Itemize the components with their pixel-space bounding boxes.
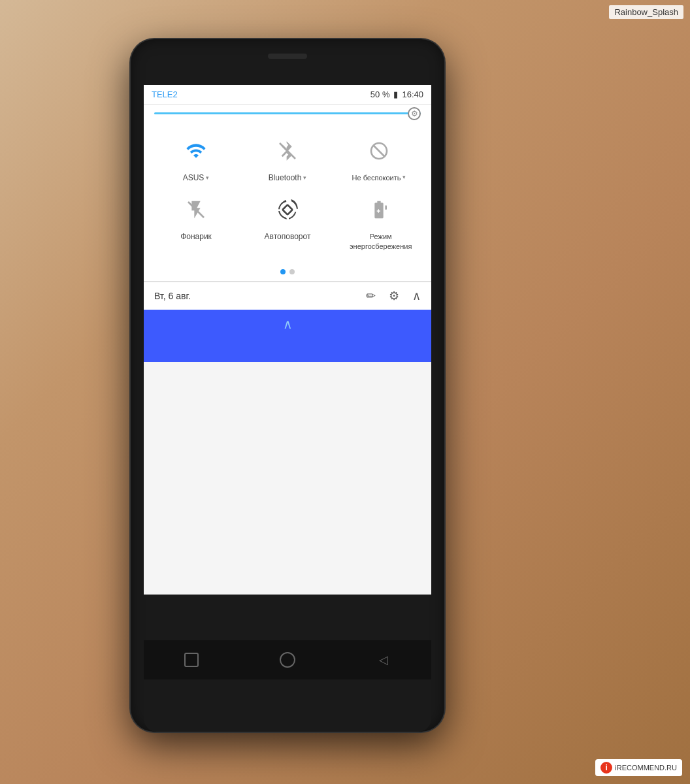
irecommend-label: iRECOMMEND.RU [615, 764, 677, 772]
flashlight-icon-wrap [179, 193, 213, 227]
back-icon: ◁ [379, 653, 388, 667]
phone-speaker [268, 54, 307, 59]
notification-area: ∧ [144, 310, 431, 362]
bluetooth-icon [277, 140, 298, 161]
svg-rect-2 [282, 205, 292, 215]
nav-recents-button[interactable] [175, 647, 208, 673]
autorotate-icon-wrap [271, 193, 304, 227]
flashlight-icon [186, 199, 206, 220]
autorotate-label: Автоповорот [265, 232, 311, 241]
nav-home-button[interactable] [271, 647, 304, 673]
quick-settings-bottom-bar: Вт, 6 авг. ✏ ⚙ ∧ [144, 282, 431, 310]
battery-icon: ▮ [393, 90, 398, 99]
wifi-icon-wrap [179, 134, 213, 168]
dot-2 [289, 269, 295, 274]
nav-back-button[interactable]: ◁ [367, 647, 400, 673]
collapse-icon[interactable]: ∧ [412, 289, 421, 303]
bluetooth-dropdown-arrow: ▾ [303, 174, 306, 181]
bluetooth-label: Bluetooth ▾ [269, 173, 307, 182]
carrier-label: TELE2 [152, 90, 178, 99]
phone-navbar: ◁ [144, 640, 431, 679]
time-label: 16:40 [402, 90, 423, 99]
chevron-up-icon[interactable]: ∧ [283, 316, 293, 332]
status-bar: TELE2 50 % ▮ 16:40 [144, 85, 431, 105]
brightness-area[interactable]: ⚙ [144, 105, 431, 122]
brightness-track[interactable]: ⚙ [154, 112, 421, 114]
irecommend-icon: i [600, 762, 612, 774]
dot-1 [280, 269, 286, 274]
flashlight-label: Фонарик [180, 232, 212, 241]
settings-icon[interactable]: ⚙ [389, 289, 399, 303]
dnd-icon-wrap [362, 134, 396, 168]
bluetooth-icon-wrap [271, 134, 304, 168]
dnd-icon [369, 140, 389, 161]
phone-screen: TELE2 50 % ▮ 16:40 ⚙ [144, 85, 431, 595]
battery-percentage: 50 % [370, 90, 390, 99]
watermark-top: Rainbow_Splash [609, 5, 683, 19]
brightness-thumb[interactable]: ⚙ [408, 107, 421, 120]
qs-row-2: Фонарик Автоповорот [144, 188, 431, 256]
qs-tile-wifi[interactable]: ASUS ▾ [157, 134, 235, 182]
qs-tile-flashlight[interactable]: Фонарик [157, 193, 235, 251]
page-dots [144, 263, 431, 281]
date-label: Вт, 6 авг. [154, 291, 191, 301]
qs-tile-dnd[interactable]: Не беспокоить ▾ [340, 134, 418, 182]
phone-body: TELE2 50 % ▮ 16:40 ⚙ [131, 39, 444, 732]
bottom-actions: ✏ ⚙ ∧ [366, 289, 421, 303]
qs-row-1: ASUS ▾ Bluetooth ▾ [144, 129, 431, 188]
autorotate-icon [277, 199, 298, 220]
svg-rect-3 [385, 206, 387, 210]
battery-saver-icon-wrap [362, 193, 396, 227]
watermark-bottom: i iRECOMMEND.RU [595, 759, 682, 776]
wifi-dropdown-arrow: ▾ [206, 174, 209, 181]
brightness-gear-icon: ⚙ [411, 109, 418, 118]
qs-tile-battery-saver[interactable]: Режим энергосбережения [340, 193, 418, 251]
quick-settings-panel: ASUS ▾ Bluetooth ▾ [144, 122, 431, 263]
dnd-label: Не беспокоить ▾ [352, 173, 406, 182]
qs-tile-bluetooth[interactable]: Bluetooth ▾ [248, 134, 327, 182]
wifi-label: ASUS ▾ [183, 173, 210, 182]
dnd-dropdown-arrow: ▾ [402, 174, 406, 182]
status-right: 50 % ▮ 16:40 [370, 90, 423, 99]
phone-bottom-bezel [144, 679, 431, 732]
recents-icon [184, 653, 199, 667]
battery-saver-icon [369, 199, 389, 220]
battery-saver-label: Режим энергосбережения [350, 232, 408, 251]
wifi-icon [186, 140, 206, 161]
home-icon [280, 652, 295, 668]
edit-icon[interactable]: ✏ [366, 289, 376, 303]
qs-tile-autorotate[interactable]: Автоповорот [248, 193, 327, 251]
